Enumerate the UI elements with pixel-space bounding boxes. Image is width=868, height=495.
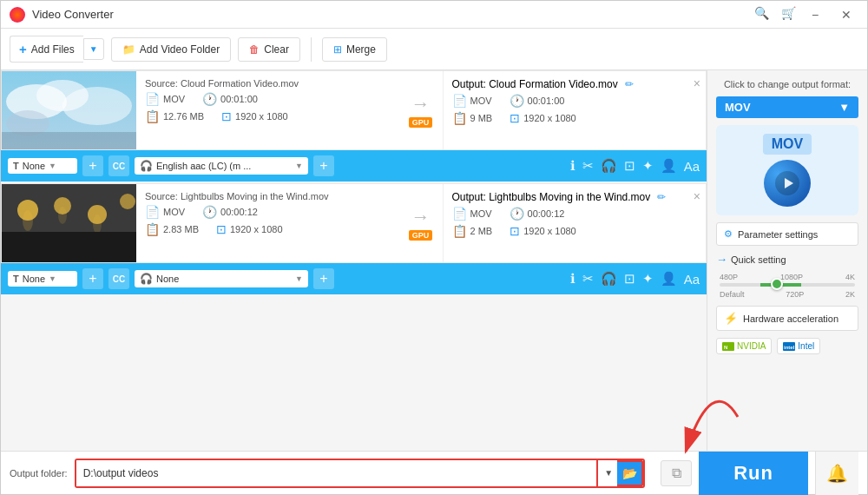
toolbar-separator <box>311 37 312 62</box>
t-icon-1: T <box>13 161 19 171</box>
add-files-button[interactable]: + Add Files <box>10 36 83 63</box>
info-icon-1[interactable]: ℹ <box>570 158 575 174</box>
format-selector[interactable]: MOV ▼ <box>716 96 858 118</box>
run-button[interactable]: Run <box>699 452 808 495</box>
add-files-dropdown[interactable]: ▼ <box>83 38 104 60</box>
app-title: Video Converter <box>32 8 754 21</box>
quality-slider[interactable] <box>720 283 855 287</box>
output-size-2: 📋 2 MB <box>452 224 493 238</box>
edit-icon-2[interactable]: ✏ <box>657 191 666 203</box>
subtitle-select-1[interactable]: T None ▼ <box>8 158 77 174</box>
close-file-2[interactable]: × <box>694 189 700 203</box>
svg-rect-15 <box>2 232 136 262</box>
output-label-1: Output: Cloud Formation Video.mov <box>452 78 618 90</box>
parameter-settings-button[interactable]: ⚙ Parameter settings <box>716 222 858 246</box>
person-icon-1[interactable]: 👤 <box>661 158 677 174</box>
scissors-icon-1[interactable]: ✂ <box>582 158 594 174</box>
output-label-row-2: Output: Lightbulbs Moving in the Wind.mo… <box>452 191 698 203</box>
resize-icon-2: ⊡ <box>216 222 227 236</box>
effect-icon-1[interactable]: ✦ <box>642 158 654 174</box>
add-audio-btn-1[interactable]: + <box>313 155 334 176</box>
filesize-icon-1: 📋 <box>145 109 160 123</box>
alarm-settings-button[interactable]: 🔔 <box>815 452 858 495</box>
add-files-group: + Add Files ▼ <box>10 36 104 63</box>
text-edit-icon-2[interactable]: Aa <box>684 272 700 287</box>
gpu-badge-2: GPU <box>409 230 433 241</box>
svg-point-14 <box>120 194 135 209</box>
out-clock-icon-2: 🕐 <box>510 207 524 221</box>
nvidia-badge: N NVIDIA <box>716 338 772 354</box>
output-format-2: 📄 MOV <box>452 207 492 221</box>
text-edit-icon-1[interactable]: Aa <box>684 159 700 174</box>
quality-slider-thumb <box>771 278 783 290</box>
output-format-1: 📄 MOV <box>452 94 492 108</box>
output-folder-label: Output folder: <box>10 468 68 478</box>
file-source-label-2: Source: Lightbulbs Moving in the Wind.mo… <box>145 191 391 201</box>
cc-btn-2[interactable]: CC <box>108 268 129 289</box>
effect-icon-2[interactable]: ✦ <box>642 271 654 287</box>
close-button[interactable]: ✕ <box>834 6 858 23</box>
browse-folder-button[interactable]: 📂 <box>617 460 643 486</box>
file-meta-row-2b: 📋 2.83 MB ⊡ 1920 x 1080 <box>145 222 391 236</box>
scissors-icon-2[interactable]: ✂ <box>582 271 594 287</box>
file-item-2: Source: Lightbulbs Moving in the Wind.mo… <box>1 183 707 263</box>
hardware-acceleration-button[interactable]: ⚡ Hardware acceleration <box>716 306 858 331</box>
out-filesize-icon-2: 📋 <box>452 224 467 238</box>
output-folder-dropdown[interactable]: ▼ <box>596 460 619 486</box>
format-name: MOV <box>725 101 751 114</box>
headphones-icon-2[interactable]: 🎧 <box>601 271 617 287</box>
add-subtitle-btn-1[interactable]: + <box>82 155 103 176</box>
add-subtitle-btn-2[interactable]: + <box>82 268 103 289</box>
file-output-2: Output: Lightbulbs Moving in the Wind.mo… <box>443 184 707 262</box>
audio-select-1[interactable]: 🎧 English aac (LC) (m ... ▼ <box>135 157 308 175</box>
clear-button[interactable]: 🗑 Clear <box>238 37 300 62</box>
main-content: Source: Cloud Formation Video.mov 📄 MOV … <box>1 70 867 451</box>
crop-icon-1[interactable]: ⊡ <box>624 158 635 174</box>
output-meta-row-2a: 📄 MOV 🕐 00:00:12 <box>452 207 698 221</box>
crop-icon-2[interactable]: ⊡ <box>624 271 635 287</box>
output-meta-row-2b: 📋 2 MB ⊡ 1920 x 1080 <box>452 224 698 238</box>
title-bar: Video Converter 🔍 🛒 − ✕ <box>1 1 867 29</box>
subtitle-select-2[interactable]: T None ▼ <box>8 271 77 287</box>
search-icon[interactable]: 🔍 <box>754 6 769 23</box>
edit-icon-1[interactable]: ✏ <box>625 78 634 90</box>
app-icon <box>10 7 25 23</box>
info-icon-2[interactable]: ℹ <box>570 271 575 287</box>
minimize-button[interactable]: − <box>803 6 827 23</box>
output-meta-row-1b: 📋 9 MB ⊡ 1920 x 1080 <box>452 111 698 125</box>
close-file-1[interactable]: × <box>694 76 700 90</box>
out-resize-icon-1: ⊡ <box>510 111 520 125</box>
quality-slider-container: 480P 1080P 4K Default 720P 2K <box>716 273 858 299</box>
out-filesize-icon-1: 📋 <box>452 111 467 125</box>
headphones-icon-1[interactable]: 🎧 <box>601 158 617 174</box>
window-controls: 🔍 🛒 − ✕ <box>754 6 858 23</box>
output-folder-input[interactable] <box>76 460 597 486</box>
file-format-1: 📄 MOV <box>145 92 185 106</box>
file-thumbnail-2 <box>2 184 136 262</box>
file-item-wrapper-1: Source: Cloud Formation Video.mov 📄 MOV … <box>1 70 707 182</box>
out-resize-icon-2: ⊡ <box>510 224 520 238</box>
output-duration-1: 🕐 00:01:00 <box>510 94 565 108</box>
person-icon-2[interactable]: 👤 <box>661 271 677 287</box>
folder-icon: 📁 <box>122 43 135 56</box>
file-source-label-1: Source: Cloud Formation Video.mov <box>145 78 391 89</box>
clock-icon-1: 🕐 <box>202 92 217 106</box>
file-item-1: Source: Cloud Formation Video.mov 📄 MOV … <box>1 70 707 150</box>
file-resolution-1: ⊡ 1920 x 1080 <box>221 109 288 123</box>
hw-icon: ⚡ <box>724 312 738 325</box>
resize-icon-1: ⊡ <box>221 109 232 123</box>
quality-labels-bottom: Default 720P 2K <box>720 290 855 299</box>
intel-badge: intel Intel <box>777 338 820 354</box>
output-folder-input-wrapper: ▼ 📂 <box>75 459 646 488</box>
cart-icon[interactable]: 🛒 <box>781 6 796 23</box>
audio-select-2[interactable]: 🎧 None ▼ <box>135 270 308 287</box>
copy-button[interactable]: ⧉ <box>661 460 692 486</box>
add-audio-btn-2[interactable]: + <box>313 268 334 289</box>
add-video-folder-button[interactable]: 📁 Add Video Folder <box>111 37 232 62</box>
out-format-icon-1: 📄 <box>452 94 467 108</box>
chip-row: N NVIDIA intel Intel <box>716 338 858 354</box>
merge-button[interactable]: ⊞ Merge <box>322 37 387 62</box>
cc-btn-1[interactable]: CC <box>108 155 129 176</box>
quicktime-logo <box>764 160 811 207</box>
param-icon: ⚙ <box>724 228 733 240</box>
